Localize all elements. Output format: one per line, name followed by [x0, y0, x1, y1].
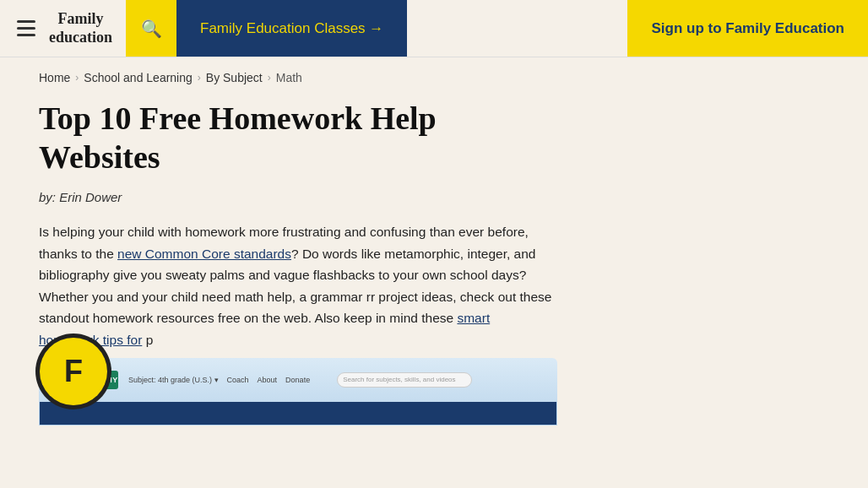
breadcrumb-sep-2: ›	[198, 72, 201, 84]
signup-label: Sign up to Family Education	[651, 20, 844, 37]
breadcrumb-school-learning[interactable]: School and Learning	[84, 71, 192, 84]
preview-nav-donate: Donate	[285, 376, 310, 384]
hamburger-menu-button[interactable]	[14, 17, 39, 40]
article-body: Is helping your child with homework more…	[39, 221, 552, 350]
article-author: by: Erin Dower	[39, 190, 552, 204]
family-education-classes-button[interactable]: Family Education Classes →	[176, 0, 407, 57]
breadcrumb: Home › School and Learning › By Subject …	[0, 57, 868, 93]
preview-nav-coach: Coach	[227, 376, 249, 384]
hamburger-line-1	[17, 20, 35, 23]
preview-bottom-bar	[39, 402, 557, 426]
search-icon: 🔍	[141, 19, 162, 39]
search-button[interactable]: 🔍	[126, 0, 176, 57]
nav-classes-label: Family Education Classes →	[200, 20, 383, 37]
breadcrumb-sep-3: ›	[268, 72, 271, 84]
breadcrumb-math: Math	[276, 71, 302, 84]
preview-nav-items: Subject: 4th grade (U.S.) ▾ Coach About …	[128, 376, 310, 384]
common-core-link[interactable]: new Common Core standards	[117, 247, 291, 261]
preview-nav-about: About	[258, 376, 278, 384]
signup-button[interactable]: Sign up to Family Education	[627, 0, 868, 57]
header-left: Family education	[0, 0, 126, 57]
article-text-5: p	[142, 333, 153, 347]
floating-logo: F	[35, 333, 111, 409]
breadcrumb-by-subject[interactable]: By Subject	[206, 71, 263, 84]
floating-logo-inner: F	[40, 338, 107, 405]
logo-text: Family education	[49, 10, 112, 46]
breadcrumb-home[interactable]: Home	[39, 71, 70, 84]
preview-search-text: Search for subjects, skills, and videos	[343, 376, 455, 383]
preview-image: KHAN ACADEMY Subject: 4th grade (U.S.) ▾…	[39, 358, 557, 402]
article-text-4: free on the web. Also keep in mind these	[214, 311, 458, 325]
article-title: Top 10 Free Homework Help Websites	[39, 100, 552, 176]
hamburger-line-2	[17, 27, 35, 30]
logo[interactable]: Family education	[49, 10, 112, 46]
breadcrumb-sep-1: ›	[75, 72, 79, 84]
logo-line1: Family	[49, 10, 112, 29]
logo-line2: education	[49, 29, 112, 47]
preview-nav-subject: Subject: 4th grade (U.S.) ▾	[128, 376, 219, 384]
article-paragraph: Is helping your child with homework more…	[39, 221, 552, 350]
floating-logo-letter: F	[64, 354, 83, 389]
preview-container: KHAN ACADEMY Subject: 4th grade (U.S.) ▾…	[39, 358, 552, 426]
hamburger-line-3	[17, 34, 35, 36]
preview-search-bar: Search for subjects, skills, and videos	[337, 372, 472, 388]
